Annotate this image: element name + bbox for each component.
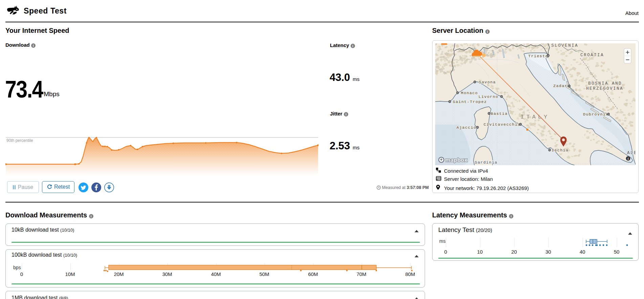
svg-text:90th percentile: 90th percentile (6, 138, 33, 143)
svg-text:BOSNIA AND: BOSNIA AND (588, 81, 622, 86)
svg-text:Zadar: Zadar (553, 84, 568, 88)
svg-text:Bastia: Bastia (491, 111, 508, 116)
svg-text:ms: ms (439, 238, 446, 244)
svg-text:bps: bps (13, 265, 21, 270)
svg-text:Ischia: Ischia (552, 148, 569, 152)
svg-text:ALB: ALB (627, 151, 636, 155)
svg-text:Dubrovnik: Dubrovnik (583, 112, 609, 116)
svg-text:HERZEGOVINA: HERZEGOVINA (586, 86, 623, 91)
svg-text:Saint-Tropez: Saint-Tropez (453, 100, 487, 104)
svg-text:i: i (628, 157, 629, 161)
svg-text:CROATIA: CROATIA (580, 53, 604, 58)
svg-text:SLOVENIA: SLOVENIA (551, 43, 578, 48)
svg-text:Ajaccio: Ajaccio (457, 125, 476, 130)
svg-text:Savona: Savona (479, 80, 496, 84)
svg-text:Livorno: Livorno (479, 94, 498, 99)
svg-text:mapbox: mapbox (445, 157, 468, 163)
svg-text:Civitavecchia: Civitavecchia (484, 122, 520, 127)
svg-text:Trieste: Trieste (528, 54, 548, 58)
svg-text:Sardinia: Sardinia (475, 160, 497, 165)
svg-text:ITALY: ITALY (520, 114, 550, 120)
svg-text:Monaco: Monaco (461, 91, 478, 95)
